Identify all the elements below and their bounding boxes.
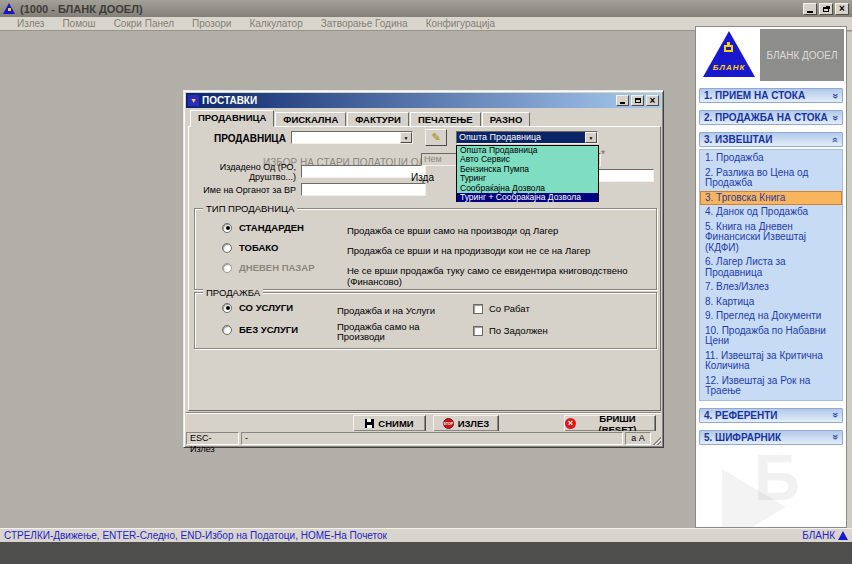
option-turing[interactable]: Туринг <box>457 174 598 183</box>
dialog-maximize-button[interactable] <box>631 95 644 106</box>
shop-type-selected: Општа Продавница <box>457 132 585 143</box>
issued-by-input[interactable] <box>301 165 426 178</box>
sidebar-item-trgovska-kniga[interactable]: 3. Трговска Книга <box>700 191 842 206</box>
app-logo-icon <box>3 3 16 15</box>
tab-fakturi[interactable]: ФАКТУРИ <box>347 112 409 127</box>
radio-standarden[interactable]: СТАНДАРДЕН <box>222 222 304 233</box>
dialog-minimize-button[interactable] <box>616 95 629 106</box>
shop-type-group: ТИП ПРОДАВНИЦА СТАНДАРДЕН Продажба се вр… <box>194 208 657 290</box>
sidebar-section-priem[interactable]: 1. ПРИЕМ НА СТОКА » <box>699 88 843 103</box>
issued-by-label: Издадено Од (РО,Друштво...) <box>219 163 296 182</box>
floppy-disk-icon <box>365 419 374 428</box>
radio-icon <box>222 243 232 253</box>
radio-standarden-desc: Продажба се врши само на производи од Ла… <box>347 225 558 236</box>
logo-text: БЛАНК <box>698 63 760 72</box>
chevron-up-icon: » <box>830 137 840 143</box>
watermark: Б <box>696 455 846 529</box>
shop-type-combobox[interactable]: Општа Продавница ▼ <box>456 131 598 144</box>
shop-combobox[interactable]: ▼ <box>291 131 413 144</box>
dialog-close-button[interactable]: × <box>646 95 659 106</box>
sidebar-item-lager-lista[interactable]: 6. Лагер Листа за Продавница <box>700 255 842 280</box>
minimize-button[interactable] <box>803 3 817 15</box>
menu-izlez[interactable]: Излез <box>8 18 53 29</box>
exit-button[interactable]: STOP ИЗЛЕЗ <box>433 415 499 432</box>
taskbar-strip <box>0 542 852 564</box>
edit-button[interactable]: ✎ <box>425 129 447 146</box>
menu-kalkulator[interactable]: Калкулатор <box>240 18 311 29</box>
tab-razno[interactable]: РАЗНО <box>482 112 531 127</box>
tab-pecatenje[interactable]: ПЕЧАТЕЊЕ <box>410 112 481 127</box>
option-opsta-prodavnica[interactable]: Општа Продавница <box>457 146 598 155</box>
dropdown-arrow-icon[interactable]: ▼ <box>585 132 597 143</box>
menu-sokri-panel[interactable]: Сокри Панел <box>105 18 183 29</box>
radio-selected-icon <box>222 303 232 313</box>
radio-dneven-pazar: ДНЕВЕН ПАЗАР <box>222 262 315 273</box>
sidebar-item-kartica[interactable]: 8. Картица <box>700 295 842 310</box>
dialog-icon: ▼ <box>188 95 199 106</box>
radio-bez-uslugi[interactable]: БЕЗ УСЛУГИ <box>222 324 298 335</box>
sidebar-item-vlez-izlez[interactable]: 7. Влез/Излез <box>700 280 842 295</box>
close-button[interactable]: × <box>835 3 849 15</box>
menu-zatvoranje-godina[interactable]: Затворање Година <box>312 18 417 29</box>
chevron-down-icon: » <box>830 93 840 99</box>
pencil-icon: ✎ <box>431 131 440 144</box>
radio-dneven-pazar-desc: Не се врши продажба туку само се евидент… <box>347 265 656 287</box>
sidebar-item-nabavni-ceni[interactable]: 10. Продажба по Набавни Цени <box>700 324 842 349</box>
restore-icon <box>823 7 829 12</box>
minimize-icon <box>807 11 813 13</box>
sidebar-item-kriticna-kolicina[interactable]: 11. Извештај за Критична Количина <box>700 349 842 374</box>
checkbox-so-rabat[interactable]: Со Рабат <box>473 303 530 314</box>
izvestai-items: 1. Продажба 2. Разлика во Цена од Продаж… <box>699 149 843 401</box>
option-benzinska-pumpa[interactable]: Бензинска Пумпа <box>457 165 598 174</box>
radio-disabled-icon <box>222 263 232 273</box>
sidebar-section-sifrarnik[interactable]: 5. ШИФРАРНИК » <box>699 430 843 445</box>
maximize-icon <box>635 98 641 103</box>
radio-so-uslugi[interactable]: СО УСЛУГИ <box>222 302 293 313</box>
organ-label: Име на Органот за ВР <box>197 185 296 195</box>
brand-logo: БЛАНК <box>698 29 760 81</box>
menu-pomos[interactable]: Помош <box>53 18 104 29</box>
sidebar-item-prodazba[interactable]: 1. Продажба <box>700 151 842 166</box>
close-icon: × <box>650 96 656 105</box>
save-button[interactable]: СНИМИ <box>353 415 426 432</box>
radio-bez-uslugi-desc: Продажба само наПроизводи <box>337 322 420 342</box>
menu-prozori[interactable]: Прозори <box>183 18 240 29</box>
option-avto-servis[interactable]: Авто Сервис <box>457 155 598 164</box>
group-title: ПРОДАЖБА <box>203 287 263 298</box>
chevron-down-icon: » <box>830 115 840 121</box>
radio-selected-icon <box>222 223 232 233</box>
radio-tobako[interactable]: ТОБАКО <box>222 242 278 253</box>
checkbox-po-zadolzen[interactable]: По Задолжен <box>473 325 548 336</box>
sidebar-item-danok[interactable]: 4. Данок од Продажба <box>700 205 842 220</box>
sidebar-section-izvestai[interactable]: 3. ИЗВЕШТАИ » <box>699 132 843 147</box>
reset-button[interactable]: × БРИШИ (RESET) <box>564 415 656 432</box>
menu-konfiguracija[interactable]: Конфигурација <box>417 18 504 29</box>
sidebar-section-referenti[interactable]: 4. РЕФЕРЕНТИ » <box>699 408 843 423</box>
sidebar-item-pregled-dokumenti[interactable]: 9. Преглед на Документи <box>700 309 842 324</box>
checkbox-icon <box>473 304 483 314</box>
option-soobrakajna-dozvola[interactable]: Сообраќајна Дозвола <box>457 184 598 193</box>
sidebar-item-rok-traenje[interactable]: 12. Извештај за Рок на Траење <box>700 374 842 399</box>
settings-dialog: ▼ ПОСТАВКИ × ПРОДАВНИЦА ФИСКАЛНА ФАКТУРИ… <box>183 90 664 448</box>
tab-prodavnica[interactable]: ПРОДАВНИЦА <box>190 110 274 127</box>
option-turing-soobrakajna[interactable]: Туринг + Сообраќајна Дозвола <box>457 193 598 202</box>
dialog-title: ПОСТАВКИ <box>202 95 257 106</box>
footer-brand: БЛАНК <box>802 530 848 541</box>
dropdown-arrow-icon[interactable]: ▼ <box>400 132 412 143</box>
main-titlebar[interactable]: (1000 - БЛАНК ДООЕЛ) × <box>0 0 852 17</box>
radio-icon <box>222 325 232 335</box>
stop-sign-icon: STOP <box>443 418 454 429</box>
sale-group: ПРОДАЖБА СО УСЛУГИ Продажба и на Услуги … <box>194 292 657 349</box>
sidebar-item-kdfi[interactable]: 5. Книга на Дневен Финансиски Извештај (… <box>700 220 842 256</box>
restore-button[interactable] <box>819 3 833 15</box>
dialog-titlebar[interactable]: ▼ ПОСТАВКИ × <box>186 93 661 108</box>
resize-grip[interactable] <box>653 437 661 445</box>
sidebar-section-prodazba[interactable]: 2. ПРОДАЖБА НА СТОКА » <box>699 110 843 125</box>
sidebar-logo-row: БЛАНК БЛАНК ДООЕЛ <box>698 29 844 81</box>
organ-input[interactable] <box>301 183 426 196</box>
minimize-icon <box>620 102 625 104</box>
sidebar-item-razlika-cena[interactable]: 2. Разлика во Цена од Продажба <box>700 166 842 191</box>
keyboard-hints: СТРЕЛКИ-Движење, ENTER-Следно, END-Избор… <box>4 530 387 541</box>
tab-fiskalna[interactable]: ФИСКАЛНА <box>275 112 346 127</box>
dialog-statusbar: ESC-Излез - а А <box>186 431 661 445</box>
